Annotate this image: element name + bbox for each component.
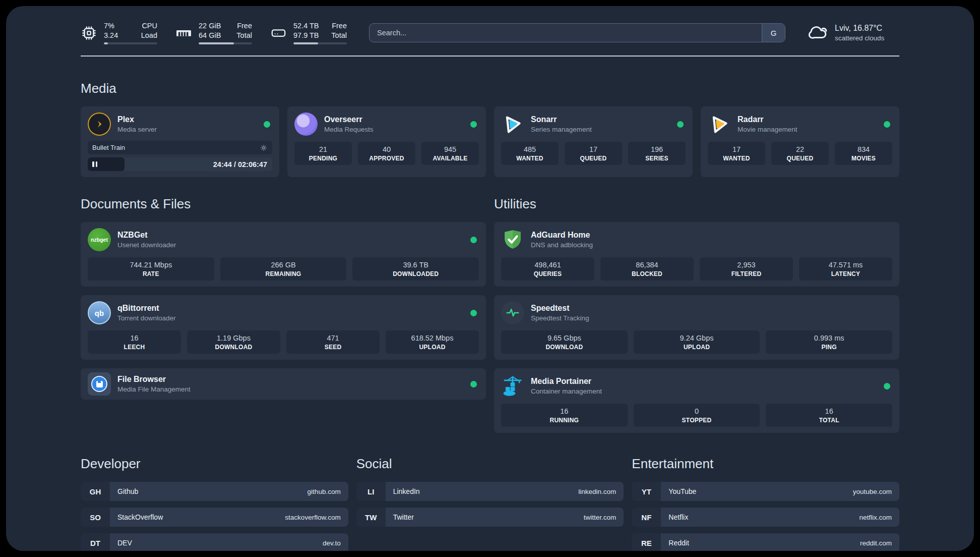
bookmark-abbr: TW bbox=[356, 508, 386, 527]
stat-value: 40 bbox=[359, 145, 414, 153]
overseerr-card[interactable]: Overseerr Media Requests 21 PENDING 40 A… bbox=[287, 106, 486, 177]
header-divider bbox=[81, 55, 899, 57]
stat-box: 16 TOTAL bbox=[766, 404, 892, 427]
stat-box: 266 GB REMAINING bbox=[220, 257, 347, 281]
adguard-card[interactable]: AdGuard Home DNS and adblocking 498,461 … bbox=[494, 222, 899, 287]
stat-value: 0.993 ms bbox=[767, 334, 891, 342]
stat-label: WANTED bbox=[709, 155, 764, 162]
bookmark-youtube[interactable]: YT YouTube youtube.com bbox=[632, 482, 899, 501]
bookmark-netflix[interactable]: NF Netflix netflix.com bbox=[632, 508, 899, 527]
cpu-icon bbox=[81, 25, 97, 41]
section-title-documents: Documents & Files bbox=[81, 196, 486, 212]
bookmark-abbr: LI bbox=[356, 482, 386, 501]
playback-time: 24:44 / 02:06:47 bbox=[213, 160, 272, 169]
stat-value: 2,953 bbox=[701, 261, 792, 269]
stat-label: UPLOAD bbox=[635, 344, 759, 351]
speedtest-card[interactable]: Speedtest Speedtest Tracking 9.65 Gbps D… bbox=[494, 295, 899, 360]
stat-value: 485 bbox=[502, 145, 558, 153]
stat-box: 16 RUNNING bbox=[501, 404, 628, 427]
bookmark-url: reddit.com bbox=[860, 539, 892, 547]
app-name: Radarr bbox=[738, 115, 798, 124]
disk-total-value: 97.9 TB bbox=[293, 31, 319, 40]
floppy-disk-icon bbox=[96, 381, 103, 387]
bookmark-url: youtube.com bbox=[853, 488, 892, 495]
memory-widget: 22 GiB 64 GiB Free Total bbox=[175, 21, 252, 45]
stat-value: 0 bbox=[635, 407, 759, 415]
bookmark-twitter[interactable]: TW Twitter twitter.com bbox=[356, 508, 624, 527]
bookmark-reddit[interactable]: RE Reddit reddit.com bbox=[632, 533, 899, 551]
system-stats: 7% 3.24 CPU Load bbox=[81, 21, 347, 45]
stat-box: 618.52 Mbps UPLOAD bbox=[386, 330, 479, 354]
stat-value: 618.52 Mbps bbox=[387, 334, 478, 342]
app-description: Speedtest Tracking bbox=[531, 314, 589, 322]
stat-label: RATE bbox=[89, 270, 213, 277]
status-dot bbox=[884, 121, 890, 128]
nzbget-icon: nzbget bbox=[88, 228, 111, 251]
sonarr-icon bbox=[501, 113, 524, 136]
disk-widget: 52.4 TB 97.9 TB Free Total bbox=[270, 21, 347, 45]
stat-box: 498,461 QUERIES bbox=[501, 257, 594, 281]
memory-total-value: 64 GiB bbox=[199, 31, 221, 40]
stat-box: 16 LEECH bbox=[88, 330, 181, 354]
status-dot bbox=[470, 310, 477, 316]
stat-label: STOPPED bbox=[635, 417, 759, 424]
bookmark-linkedin[interactable]: LI LinkedIn linkedin.com bbox=[356, 482, 624, 501]
stat-label: DOWNLOAD bbox=[188, 344, 279, 351]
section-title-utilities: Utilities bbox=[494, 196, 899, 212]
plex-card[interactable]: Plex Media server Bullet Train bbox=[81, 106, 279, 177]
nzbget-card[interactable]: nzbget NZBGet Usenet downloader 744.21 M… bbox=[81, 222, 486, 287]
stat-box: 485 WANTED bbox=[501, 142, 559, 165]
radarr-card[interactable]: Radarr Movie management 17 WANTED 22 QUE… bbox=[701, 106, 899, 177]
bookmark-name: DEV bbox=[117, 539, 132, 547]
bookmark-name: Netflix bbox=[668, 513, 688, 521]
stat-label: QUERIES bbox=[502, 270, 593, 277]
status-dot bbox=[264, 121, 270, 128]
bookmark-name: LinkedIn bbox=[393, 487, 420, 495]
stat-value: 1.19 Gbps bbox=[188, 334, 279, 342]
bookmark-url: twitter.com bbox=[584, 514, 617, 521]
portainer-card[interactable]: Media Portainer Container management 16 … bbox=[494, 368, 899, 433]
stat-box: 0.993 ms PING bbox=[766, 330, 892, 354]
bookmark-github[interactable]: GH Github github.com bbox=[81, 482, 348, 501]
memory-icon bbox=[175, 25, 192, 41]
stat-box: 471 SEED bbox=[286, 330, 380, 354]
app-description: Usenet downloader bbox=[117, 241, 176, 249]
stat-box: 22 QUEUED bbox=[771, 142, 829, 165]
stat-label: DOWNLOAD bbox=[502, 344, 627, 351]
stat-value: 16 bbox=[767, 407, 891, 415]
qbittorrent-card[interactable]: qb qBittorrent Torrent downloader 16 bbox=[81, 295, 486, 360]
bookmark-dev[interactable]: DT DEV dev.to bbox=[81, 533, 348, 551]
cpu-load-value: 3.24 bbox=[104, 31, 118, 40]
radarr-icon bbox=[708, 113, 731, 136]
app-name: Overseerr bbox=[324, 115, 374, 124]
memory-progress-bar bbox=[199, 42, 252, 44]
dashboard-panel: 7% 3.24 CPU Load bbox=[6, 6, 974, 551]
search-input[interactable] bbox=[370, 24, 762, 42]
bookmark-url: stackoverflow.com bbox=[285, 514, 340, 521]
stat-value: 744.21 Mbps bbox=[89, 261, 213, 269]
disk-free-value: 52.4 TB bbox=[293, 21, 319, 31]
disk-icon bbox=[270, 25, 287, 41]
bookmark-abbr: DT bbox=[81, 533, 110, 551]
stat-box: 17 QUEUED bbox=[565, 142, 622, 165]
stat-value: 86,384 bbox=[601, 261, 693, 269]
stat-value: 21 bbox=[295, 145, 351, 153]
search-engine-button[interactable]: G bbox=[762, 24, 785, 42]
stat-value: 39.6 TB bbox=[353, 261, 478, 269]
app-description: Movie management bbox=[738, 126, 798, 133]
cpu-progress-bar bbox=[104, 42, 157, 44]
stat-value: 9.24 Gbps bbox=[635, 334, 759, 342]
gear-icon bbox=[260, 144, 268, 152]
playback-progress-bar: 24:44 / 02:06:47 bbox=[88, 157, 272, 171]
sonarr-card[interactable]: Sonarr Series management 485 WANTED 17 Q… bbox=[494, 106, 693, 177]
app-description: DNS and adblocking bbox=[531, 241, 593, 249]
filebrowser-card[interactable]: File Browser Media File Management bbox=[81, 368, 486, 400]
disk-progress-bar bbox=[293, 42, 347, 44]
stat-label: FILTERED bbox=[701, 270, 792, 277]
stat-label: BLOCKED bbox=[601, 270, 693, 277]
stat-box: 196 SERIES bbox=[628, 142, 686, 165]
bookmark-url: linkedin.com bbox=[578, 488, 616, 495]
pause-icon bbox=[92, 161, 97, 167]
stat-label: WANTED bbox=[502, 155, 558, 162]
bookmark-stackoverflow[interactable]: SO StackOverflow stackoverflow.com bbox=[81, 508, 348, 527]
